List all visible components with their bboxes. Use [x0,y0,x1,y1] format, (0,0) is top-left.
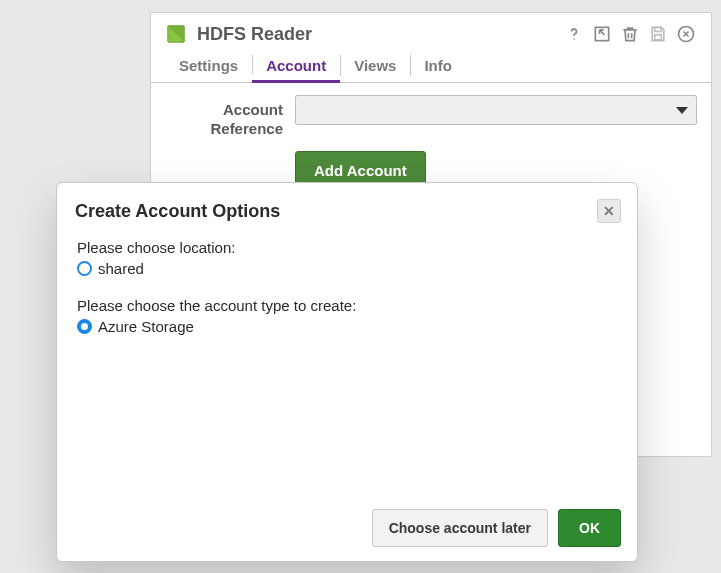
panel-title: HDFS Reader [197,24,563,45]
type-option-label: Azure Storage [98,318,194,335]
svg-point-1 [573,38,575,40]
choose-later-button[interactable]: Choose account later [372,509,548,547]
snap-icon [165,23,187,45]
save-icon[interactable] [647,23,669,45]
panel-toolbar [563,23,697,45]
radio-unselected-icon [77,261,92,276]
create-account-dialog: Create Account Options ✕ Please choose l… [56,182,638,562]
dialog-footer: Choose account later OK [57,495,637,561]
account-reference-dropdown[interactable] [295,95,697,125]
location-option-label: shared [98,260,144,277]
location-option-shared[interactable]: shared [77,260,617,277]
tab-views[interactable]: Views [340,51,410,82]
trash-icon[interactable] [619,23,641,45]
dialog-title: Create Account Options [75,201,597,222]
type-option-azure-storage[interactable]: Azure Storage [77,318,617,335]
dialog-body: Please choose location: shared Please ch… [57,233,637,495]
account-reference-row: Account Reference [165,95,697,139]
tab-account[interactable]: Account [252,51,340,83]
tab-bar: Settings Account Views Info [151,51,711,83]
account-reference-label: Account Reference [165,95,295,139]
panel-header: HDFS Reader [151,13,711,51]
x-icon: ✕ [603,203,615,219]
close-icon[interactable] [675,23,697,45]
location-prompt: Please choose location: [77,239,617,256]
svg-rect-4 [655,35,662,40]
ok-button[interactable]: OK [558,509,621,547]
radio-selected-icon [77,319,92,334]
dialog-close-button[interactable]: ✕ [597,199,621,223]
tab-info[interactable]: Info [410,51,466,82]
svg-rect-3 [655,27,662,31]
dialog-header: Create Account Options ✕ [57,183,637,233]
help-icon[interactable] [563,23,585,45]
chevron-down-icon [676,107,688,114]
tab-settings[interactable]: Settings [165,51,252,82]
type-prompt: Please choose the account type to create… [77,297,617,314]
popout-icon[interactable] [591,23,613,45]
